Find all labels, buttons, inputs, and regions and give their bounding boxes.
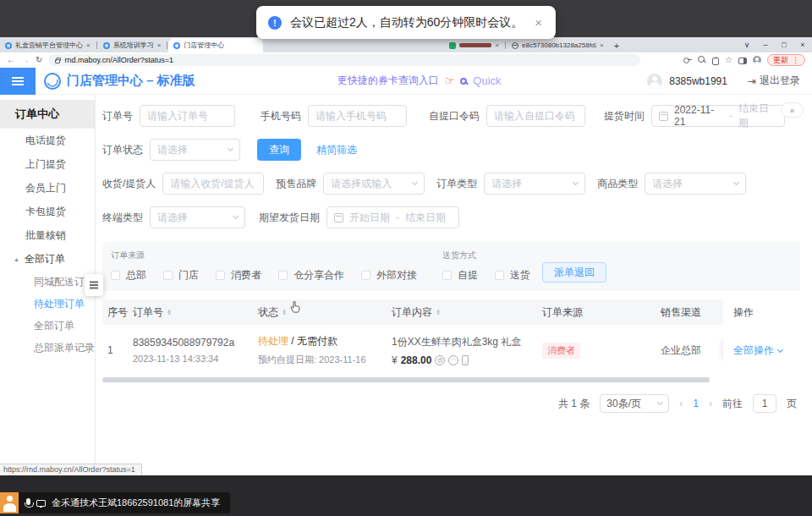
browser-menu-icon[interactable]: ⋮: [792, 56, 799, 64]
sort-icons[interactable]: ▲▼: [282, 309, 287, 316]
notification-close-icon[interactable]: ×: [535, 15, 542, 30]
checkbox-store[interactable]: 门店: [163, 268, 199, 283]
horizontal-scrollbar[interactable]: [102, 377, 800, 382]
promo-link[interactable]: 更快捷的券卡查询入口: [337, 74, 439, 88]
goto-page-input[interactable]: [753, 394, 776, 413]
presale-brand-select[interactable]: 请选择或输入: [323, 173, 425, 195]
col-status[interactable]: 状态 ▲▼: [253, 305, 387, 320]
pickup-code-input[interactable]: [486, 105, 585, 127]
checkbox-self-pickup[interactable]: 自提: [442, 268, 478, 283]
order-no-input[interactable]: [140, 105, 235, 127]
channel-mark-icon[interactable]: ◠: [448, 355, 458, 365]
mobile-icon[interactable]: [462, 355, 469, 365]
checkbox-icon[interactable]: [111, 271, 120, 280]
pickup-time-range-picker[interactable]: 2022-11-21 - 结束日期: [651, 105, 785, 127]
browser-tab-training[interactable]: 系统培训学习 ×: [98, 38, 167, 52]
panel-collapse-button[interactable]: »: [781, 102, 804, 118]
sidebar-item-member-visit[interactable]: 会员上门: [0, 176, 95, 200]
tab-close-icon[interactable]: ×: [86, 41, 91, 49]
checkbox-icon[interactable]: [361, 271, 370, 280]
url-field[interactable]: rnd.maboy.cn/AllOrder?status=1: [48, 54, 640, 66]
reload-icon[interactable]: ↻: [36, 56, 42, 64]
all-actions-link[interactable]: 全部操作: [733, 343, 774, 358]
presenter-avatar-icon[interactable]: [0, 492, 19, 513]
checkbox-icon[interactable]: [216, 271, 225, 280]
tab-close-icon[interactable]: ×: [495, 41, 499, 49]
bookmark-star-icon[interactable]: ☆: [725, 56, 732, 64]
dispatch-return-button[interactable]: 派单退回: [542, 262, 606, 283]
simple-filter-link[interactable]: 精简筛选: [316, 143, 357, 157]
browser-tab-giftbox-admin[interactable]: 礼盒营销平台管理中心 ×: [0, 38, 96, 52]
receiver-input[interactable]: [162, 173, 264, 195]
table-row[interactable]: 1 83859345088979792a 2023-11-13 14:33:34…: [102, 325, 800, 376]
checkbox-deliver[interactable]: 送货: [495, 268, 530, 283]
start-date-value[interactable]: 2022-11-21: [674, 104, 723, 128]
order-number[interactable]: 83859345088979792a: [133, 337, 253, 349]
checkbox-hq[interactable]: 总部: [111, 268, 146, 283]
page-size-select[interactable]: 30条/页: [600, 394, 669, 413]
start-date-placeholder[interactable]: 开始日期: [349, 211, 390, 225]
checkbox-icon[interactable]: [163, 271, 173, 280]
side-panel-icon[interactable]: [738, 58, 747, 64]
end-date-placeholder[interactable]: 结束日期: [405, 211, 446, 225]
order-status-select[interactable]: 请选择: [150, 139, 240, 161]
sort-icons[interactable]: ▲▼: [436, 309, 441, 316]
expect-ship-date-range-picker[interactable]: 开始日期 - 结束日期: [326, 206, 459, 228]
sidebar-item-card-pickup[interactable]: 卡包提货: [0, 200, 95, 223]
tab-search-icon[interactable]: ∨: [738, 37, 756, 52]
forward-icon[interactable]: →: [21, 56, 30, 64]
sidebar-item-phone-pickup[interactable]: 电话提货: [0, 129, 95, 152]
goods-type-select[interactable]: 请选择: [645, 173, 746, 195]
minimize-icon[interactable]: –: [756, 37, 775, 52]
sidebar-item-batch-verify[interactable]: 批量核销: [0, 223, 95, 247]
avatar[interactable]: [647, 74, 662, 89]
chrome-update-button[interactable]: 更新 ⋮: [767, 54, 805, 66]
maximize-icon[interactable]: □: [775, 37, 793, 52]
checkbox-external[interactable]: 外部对接: [361, 268, 417, 283]
zoom-icon[interactable]: [698, 56, 706, 64]
scrollbar-thumb[interactable]: [102, 377, 710, 382]
sidebar-item-hq-dispatch-records[interactable]: 总部派单记录: [0, 337, 95, 359]
phone-input[interactable]: [308, 105, 407, 127]
header-user-area: 8385wb1991 ⇥ 退出登录: [647, 74, 812, 89]
password-key-icon[interactable]: [683, 56, 692, 64]
sidebar-item-pending-orders[interactable]: 待处理订单: [0, 293, 95, 315]
remark-icon[interactable]: @: [435, 355, 445, 365]
close-window-icon[interactable]: ×: [793, 37, 812, 52]
share-icon[interactable]: [712, 58, 719, 65]
tab-close-icon[interactable]: ×: [157, 41, 162, 49]
back-icon[interactable]: ←: [7, 56, 15, 64]
sidebar-item-door-pickup[interactable]: 上门提货: [0, 152, 95, 176]
search-icon[interactable]: [460, 78, 467, 85]
col-order-no[interactable]: 订单号 ▲▼: [128, 305, 253, 320]
hamburger-menu-button[interactable]: [0, 68, 36, 95]
profile-icon[interactable]: [753, 56, 761, 64]
checkbox-icon[interactable]: [442, 271, 452, 280]
logout-button[interactable]: ⇥ 退出登录: [748, 74, 800, 88]
terminal-type-select[interactable]: 请选择: [150, 206, 245, 228]
checkbox-icon[interactable]: [278, 271, 288, 280]
end-date-placeholder[interactable]: 结束日期: [738, 102, 777, 130]
sort-icons[interactable]: ▲▼: [167, 309, 172, 316]
next-page-button[interactable]: ›: [709, 398, 712, 409]
col-content[interactable]: 订单内容 ▲▼: [387, 305, 537, 320]
cell-actions[interactable]: 全部操作: [723, 334, 800, 366]
sidebar-item-all-orders[interactable]: 全部订单: [0, 315, 95, 337]
browser-tab-partially-hidden[interactable]: ×: [444, 38, 504, 52]
pointing-finger-icon: ☞: [445, 74, 455, 87]
checkbox-consumer[interactable]: 消费者: [216, 268, 261, 283]
order-type-select[interactable]: 请选择: [484, 173, 585, 195]
sidebar-item-city-delivery-orders[interactable]: 同城配送订单: [0, 271, 95, 293]
search-button[interactable]: 查询: [257, 139, 301, 161]
new-tab-button[interactable]: +: [609, 41, 626, 52]
browser-tab-store-center-active[interactable]: 门店管理中心: [168, 38, 263, 52]
prev-page-button[interactable]: ‹: [679, 398, 683, 409]
sidebar-collapse-handle[interactable]: [85, 274, 103, 296]
tab-close-icon[interactable]: ×: [600, 41, 604, 49]
checkbox-icon[interactable]: [495, 271, 504, 280]
quick-label[interactable]: Quick: [473, 74, 501, 87]
browser-tab-hash[interactable]: e8c573080b1328a258fd2e6 ×: [507, 38, 609, 52]
sidebar-group-all-orders[interactable]: ▲ 全部订单: [0, 247, 95, 271]
checkbox-warehouse-coop[interactable]: 仓分享合作: [278, 268, 344, 283]
current-page[interactable]: 1: [693, 398, 699, 409]
